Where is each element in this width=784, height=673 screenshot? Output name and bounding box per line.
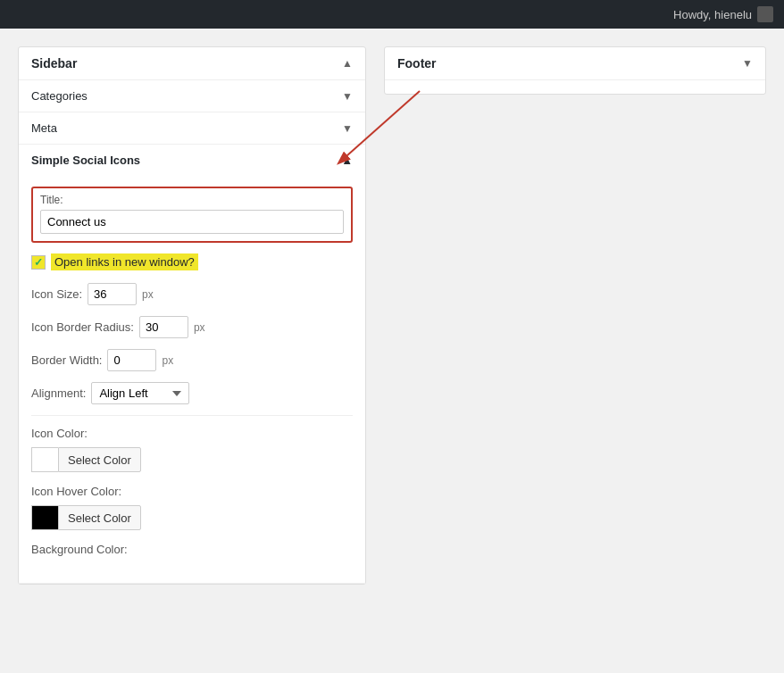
border-width-row: Border Width: px [31,349,353,371]
main-area: Sidebar ▲ Categories ▼ Meta ▼ Simple Soc… [0,29,784,602]
categories-widget: Categories ▼ [19,80,365,112]
social-icons-widget: Simple Social Icons ▲ Title: ✓ Open link… [19,145,365,584]
border-width-input[interactable] [107,349,156,371]
open-links-checkbox[interactable]: ✓ [31,255,46,270]
meta-widget-label: Meta [31,121,57,135]
admin-bar: Howdy, hienelu [0,0,784,29]
sidebar-panel: Sidebar ▲ Categories ▼ Meta ▼ Simple Soc… [18,46,366,585]
icon-border-radius-label: Icon Border Radius: [31,320,134,334]
open-links-label: Open links in new window? [51,253,198,270]
user-avatar-icon [757,6,773,22]
meta-widget-header[interactable]: Meta ▼ [19,112,365,144]
icon-color-section: Icon Color: Select Color [31,427,353,472]
icon-color-btn-row: Select Color [31,447,353,472]
sidebar-chevron-icon: ▲ [342,57,353,70]
background-color-section: Background Color: [31,543,353,556]
icon-size-label: Icon Size: [31,287,82,301]
footer-chevron-icon: ▼ [742,57,753,70]
social-icons-widget-body: Title: ✓ Open links in new window? Icon … [19,176,365,583]
icon-border-radius-unit: px [194,321,205,334]
footer-area: Footer ▼ [384,46,766,95]
meta-chevron-icon: ▼ [342,122,353,135]
footer-panel-header[interactable]: Footer ▼ [385,47,765,80]
categories-widget-label: Categories [31,89,88,103]
alignment-label: Alignment: [31,386,86,400]
icon-hover-color-select-button[interactable]: Select Color [58,505,141,530]
check-icon: ✓ [34,256,43,269]
social-icons-chevron-icon: ▲ [341,154,353,167]
icon-color-label: Icon Color: [31,427,353,440]
categories-chevron-icon: ▼ [342,90,353,103]
border-width-unit: px [162,354,173,367]
sidebar-panel-title: Sidebar [31,56,77,71]
footer-panel-title: Footer [397,56,437,71]
meta-widget: Meta ▼ [19,112,365,145]
icon-border-radius-row: Icon Border Radius: px [31,316,353,338]
icon-color-preview [31,447,58,472]
alignment-select[interactable]: Align Left Align Center Align Right [91,382,189,404]
icon-hover-color-label: Icon Hover Color: [31,485,353,498]
social-icons-widget-header[interactable]: Simple Social Icons ▲ [19,145,365,176]
icon-size-input[interactable] [88,283,137,305]
icon-hover-color-preview [31,505,58,530]
icon-size-unit: px [142,288,154,301]
footer-panel: Footer ▼ [384,46,766,95]
admin-bar-user: Howdy, hienelu [673,6,773,22]
open-links-row: ✓ Open links in new window? [31,253,353,270]
title-field-wrapper: Title: [31,187,353,243]
social-icons-widget-label: Simple Social Icons [31,154,140,167]
user-greeting: Howdy, hienelu [673,8,752,21]
categories-widget-header[interactable]: Categories ▼ [19,80,365,112]
title-input[interactable] [40,210,344,234]
divider-1 [31,415,353,416]
border-width-label: Border Width: [31,353,102,367]
icon-color-select-button[interactable]: Select Color [58,447,141,472]
icon-border-radius-input[interactable] [139,316,188,338]
background-color-label: Background Color: [31,543,353,556]
sidebar-panel-header[interactable]: Sidebar ▲ [19,47,365,80]
title-label: Title: [40,194,344,206]
icon-hover-color-btn-row: Select Color [31,505,353,530]
icon-hover-color-section: Icon Hover Color: Select Color [31,485,353,530]
alignment-row: Alignment: Align Left Align Center Align… [31,382,353,404]
icon-size-row: Icon Size: px [31,283,353,305]
